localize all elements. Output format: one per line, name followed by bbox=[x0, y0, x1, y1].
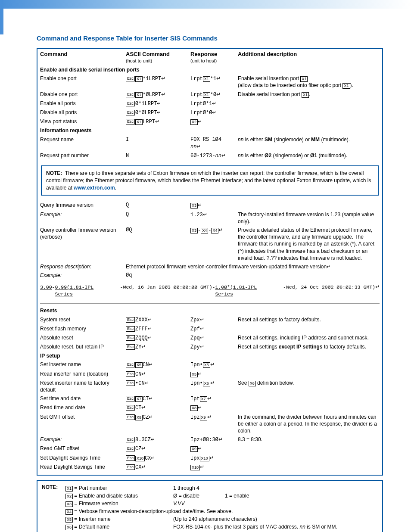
table-row: Read time and date EscCT↵ X8↵ bbox=[37, 403, 383, 412]
page-title: Command and Response Table for Inserter … bbox=[37, 34, 383, 42]
col-command: Command bbox=[40, 51, 68, 57]
table-row: Disable all ports EscØ*ØLRPT↵ LrptØ*Ø↵ bbox=[37, 108, 383, 117]
table-row: Query firmware version Q X3↵ bbox=[37, 201, 383, 210]
extron-link[interactable]: www.extron.com bbox=[74, 185, 115, 191]
table-row: Reset flash memory EscZFFF↵ Zpf↵ bbox=[37, 324, 383, 333]
table-row: System reset EscZXXX↵ Zpx↵ Reset all set… bbox=[37, 315, 383, 324]
table-row: Example: Øq bbox=[37, 271, 383, 280]
table-row: Example: Esc8.3CZ↵ Ipz+Ø8:3Ø↵ 8.3 = 8:30… bbox=[37, 435, 383, 444]
table-row: Request part number N 6Ø-1273-nn↵ nn is … bbox=[37, 151, 383, 160]
table-row: Absolute reset, but retain IP EscZY↵ Zpy… bbox=[37, 342, 383, 352]
table-row: Enable all ports EscØ*1LRPT↵ LrptØ*1↵ bbox=[37, 99, 383, 108]
decorative-stripe bbox=[0, 0, 3, 34]
command-table: Command ASCII Command(host to unit) Resp… bbox=[37, 48, 383, 476]
table-row: Set GMT offset EscX9CZ↵ IpzX9↵ In the co… bbox=[37, 413, 383, 436]
table-row: Set time and date EscX7CT↵ IptX7↵ bbox=[37, 394, 383, 403]
col-ascii: ASCII Command bbox=[126, 51, 170, 57]
table-row: Disable one port EscX1*ØLRPT↵ LrptX1*Ø↵ … bbox=[37, 90, 383, 99]
table-row: Example: Q 1.23↵ The factory-installed f… bbox=[37, 210, 383, 226]
section-header: IP setup bbox=[37, 352, 383, 360]
table-row: Query controller firmware version (verbo… bbox=[37, 226, 383, 262]
table-row: Reset inserter name to factory default E… bbox=[37, 379, 383, 394]
table-row: Enable one port EscX1*1LRPT↵ LrptX1*1↵ E… bbox=[37, 74, 383, 90]
table-row: Response description: Ethernet protocol … bbox=[37, 262, 383, 271]
table-header: Command ASCII Command(host to unit) Resp… bbox=[37, 49, 383, 65]
top-gradient-bar bbox=[0, 0, 411, 9]
table-row: View port status EscX1LRPT↵ X2↵ bbox=[37, 117, 383, 126]
note-box: NOTE: There are up to three separate set… bbox=[41, 165, 379, 196]
col-desc: Additional description bbox=[238, 51, 297, 57]
col-response: Response bbox=[190, 51, 217, 57]
example-output: 3.00-0.99(1.81-IPL Series -Wed, 16 Jan 2… bbox=[40, 280, 380, 302]
table-row: Read inserter name (location) EscCN↵ X5↵ bbox=[37, 370, 383, 379]
section-header: Information requests bbox=[37, 126, 383, 135]
table-row: Absolute reset EscZQQQ↵ Zpq↵ Reset all s… bbox=[37, 333, 383, 342]
table-row: Read Daylight Savings Time EscCX↵ X10↵ bbox=[37, 463, 383, 472]
table-row: Request name I FOX RS 1Ø4 nn↵ nn is eith… bbox=[37, 135, 383, 151]
section-header: Resets bbox=[37, 306, 383, 315]
page-content: Command and Response Table for Inserter … bbox=[0, 34, 411, 532]
table-row: Set inserter name EscX5CN↵ Ipn•X5↵ bbox=[37, 360, 383, 369]
section-header: Enable and disable serial insertion port… bbox=[37, 65, 383, 74]
table-row: Set Daylight Savings Time EscX10CX↵ IpxX… bbox=[37, 454, 383, 463]
legend-box: NOTE: X1 = Port number1 through 4 X2 = E… bbox=[37, 480, 383, 532]
table-row: Read GMT offset EscCZ↵ X9↵ bbox=[37, 444, 383, 453]
